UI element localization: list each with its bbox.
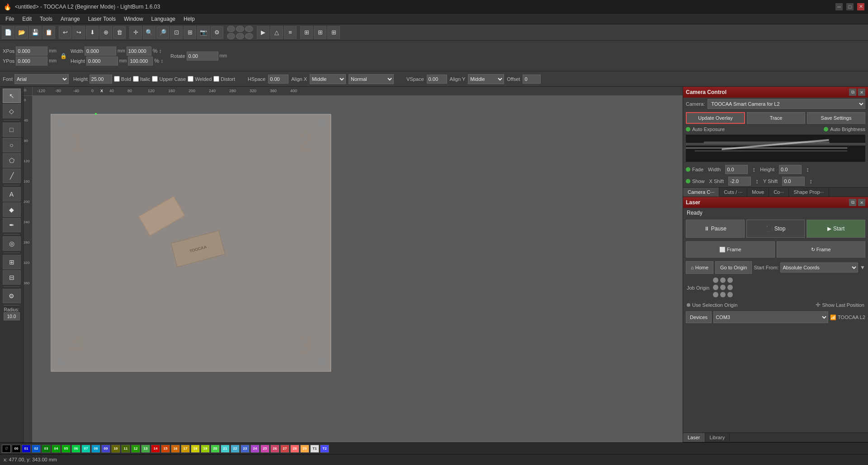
- origin-dot-tl[interactable]: [713, 277, 718, 283]
- camera-select[interactable]: TOOCAA Smart Camera for L2: [708, 99, 865, 109]
- array-tool-btn[interactable]: ⊟: [3, 270, 21, 285]
- cam-height-input[interactable]: [779, 165, 802, 174]
- ypos-input[interactable]: [16, 56, 47, 66]
- tab-shape-props[interactable]: Shape Prop···: [789, 188, 829, 197]
- lock-icon[interactable]: 🔒: [60, 53, 67, 59]
- shape-button[interactable]: △: [270, 26, 283, 39]
- yshift-input[interactable]: [782, 177, 805, 186]
- zoom-fit-button[interactable]: ⊡: [170, 26, 183, 39]
- start-from-select[interactable]: Absolute Coords: [780, 263, 858, 272]
- trace-btn[interactable]: Trace: [747, 112, 805, 124]
- color-05[interactable]: 05: [61, 445, 71, 453]
- camera-float-btn[interactable]: ⧉: [849, 89, 856, 96]
- donut-tool-btn[interactable]: ◎: [3, 236, 21, 251]
- origin-dot-ml[interactable]: [713, 285, 718, 290]
- com-select[interactable]: COM3: [713, 311, 828, 323]
- origin-dot-mc[interactable]: [720, 285, 726, 290]
- play-button[interactable]: ▶: [257, 26, 269, 39]
- xpos-input[interactable]: [16, 47, 47, 56]
- tab-cuts[interactable]: Cuts / ···: [719, 188, 747, 197]
- cam-width-input[interactable]: [725, 165, 748, 174]
- color-t2[interactable]: T2: [320, 445, 329, 453]
- move-button[interactable]: ✛: [129, 26, 142, 39]
- menu-arrange[interactable]: Arrange: [57, 15, 84, 23]
- line-tool-btn[interactable]: ╱: [3, 169, 21, 183]
- color-13[interactable]: 13: [141, 445, 150, 453]
- color-23[interactable]: 23: [241, 445, 250, 453]
- undo-button[interactable]: ↩: [59, 26, 71, 39]
- clone-button[interactable]: ⊕: [99, 26, 112, 39]
- color-27[interactable]: 27: [280, 445, 289, 453]
- new-button[interactable]: 📄: [2, 26, 14, 39]
- group-tool-btn[interactable]: ⊞: [3, 255, 21, 269]
- color-21[interactable]: 21: [221, 445, 230, 453]
- update-overlay-btn[interactable]: Update Overlay: [686, 112, 745, 124]
- height-scale-input[interactable]: [128, 56, 153, 66]
- tab-laser[interactable]: Laser: [683, 433, 705, 442]
- frame2-btn[interactable]: ↻ Frame: [777, 241, 866, 258]
- show-last-position-btn[interactable]: ✛ Show Last Position: [816, 301, 864, 308]
- close-button[interactable]: ✕: [857, 3, 864, 10]
- color-06[interactable]: 06: [71, 445, 80, 453]
- tab-library[interactable]: Library: [705, 433, 730, 442]
- redo-button[interactable]: ↪: [72, 26, 85, 39]
- welded-check[interactable]: [188, 76, 193, 82]
- start-btn[interactable]: ▶ Start: [807, 220, 865, 238]
- canvas-content[interactable]: 1 2 4 3 TOOCAA: [33, 96, 683, 442]
- font-select[interactable]: Arial: [14, 74, 69, 84]
- select-tool-btn[interactable]: ↖: [3, 89, 21, 103]
- width-input[interactable]: [85, 47, 116, 56]
- rotate-input[interactable]: [187, 52, 218, 61]
- settings-tool-btn[interactable]: ⚙: [3, 289, 21, 303]
- width-scale-input[interactable]: [127, 47, 151, 56]
- home-btn[interactable]: ⌂ Home: [686, 261, 713, 274]
- text-tool-btn[interactable]: A: [3, 187, 21, 202]
- color-18[interactable]: 18: [191, 445, 200, 453]
- color-24[interactable]: 24: [250, 445, 259, 453]
- offset-input[interactable]: [523, 75, 541, 84]
- color-04[interactable]: 04: [52, 445, 61, 453]
- origin-dot-tc[interactable]: [720, 277, 726, 283]
- extra-btn1[interactable]: ⊞: [300, 26, 313, 39]
- menu-edit[interactable]: Edit: [19, 15, 35, 23]
- color-12[interactable]: 12: [131, 445, 140, 453]
- zoom-in-button[interactable]: 🔍: [143, 26, 156, 39]
- ellipse-tool-btn[interactable]: ○: [3, 138, 21, 152]
- vspace-input[interactable]: [427, 75, 447, 84]
- xshift-input[interactable]: [728, 177, 751, 186]
- aligny-select[interactable]: Middle: [468, 74, 504, 84]
- menu-laser-tools[interactable]: Laser Tools: [85, 15, 119, 23]
- canvas-area[interactable]: ⊞ -120 -80 -40 0 X 40 80 120 160 200 240…: [24, 87, 683, 442]
- frame1-btn[interactable]: ⬜ Frame: [686, 241, 775, 258]
- color-17[interactable]: 17: [181, 445, 190, 453]
- open-button[interactable]: 📂: [15, 26, 28, 39]
- color-00[interactable]: 00: [12, 445, 21, 453]
- origin-dot-tr[interactable]: [727, 277, 733, 283]
- color-02[interactable]: 02: [32, 445, 41, 453]
- camera-close-btn[interactable]: ✕: [858, 89, 865, 96]
- color-29[interactable]: 29: [300, 445, 309, 453]
- import-button[interactable]: ⬇: [86, 26, 99, 39]
- color-10[interactable]: 10: [111, 445, 120, 453]
- color-26[interactable]: 26: [270, 445, 279, 453]
- color-11[interactable]: 11: [121, 445, 130, 453]
- color-15[interactable]: 15: [161, 445, 170, 453]
- origin-dot-bc[interactable]: [720, 292, 726, 297]
- color-25[interactable]: 25: [260, 445, 269, 453]
- color-07[interactable]: 07: [81, 445, 90, 453]
- laser-close-btn[interactable]: ✕: [858, 199, 865, 206]
- origin-dot-br[interactable]: [727, 292, 733, 297]
- pause-btn[interactable]: ⏸ Pause: [686, 220, 745, 238]
- save-settings-btn[interactable]: Save Settings: [807, 112, 865, 124]
- position-tool-btn[interactable]: ◆: [3, 202, 21, 217]
- font-height-input[interactable]: [90, 75, 112, 84]
- origin-dot-mr[interactable]: [727, 285, 733, 290]
- italic-check[interactable]: [133, 76, 139, 82]
- delete-button[interactable]: 🗑: [113, 26, 126, 39]
- align-button[interactable]: ≡: [284, 26, 297, 39]
- menu-help[interactable]: Help: [180, 15, 198, 23]
- color-03[interactable]: 03: [42, 445, 51, 453]
- save-button[interactable]: 💾: [29, 26, 42, 39]
- color-20[interactable]: 20: [211, 445, 220, 453]
- distort-check[interactable]: [213, 76, 219, 82]
